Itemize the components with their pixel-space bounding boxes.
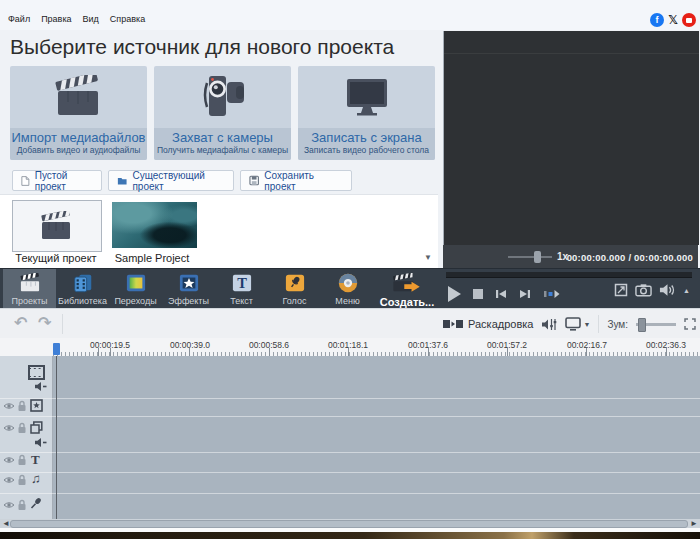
track-separator xyxy=(0,472,700,473)
desktop-wallpaper-strip xyxy=(0,532,700,539)
menu-edit[interactable]: Правка xyxy=(41,14,71,24)
screen-icon xyxy=(342,75,392,119)
storyboard-label: Раскадровка xyxy=(468,318,533,330)
playhead-marker[interactable] xyxy=(53,343,60,355)
main-toolbar: Проекты Библиотека Переходы Эффекты xyxy=(0,268,700,309)
eye-icon[interactable] xyxy=(3,501,15,509)
svg-text:T: T xyxy=(237,275,247,291)
undo-button[interactable]: ↶ xyxy=(14,315,27,331)
timeline-tracks[interactable]: T ♫ xyxy=(0,356,700,519)
fit-timeline-button[interactable] xyxy=(684,318,696,330)
timeline-ruler[interactable]: 00:00:19.5 00:00:39.0 00:00:58.6 00:01:1… xyxy=(0,338,700,357)
scroll-left-icon[interactable]: ◄ xyxy=(2,519,10,528)
stop-button[interactable] xyxy=(473,289,483,299)
tab-voice[interactable]: Голос xyxy=(268,269,321,309)
eye-icon[interactable] xyxy=(3,424,15,432)
voice-icon xyxy=(284,272,306,294)
music-note-icon: ♫ xyxy=(31,473,41,485)
eye-icon[interactable] xyxy=(3,402,15,410)
zoom-label: Зум: xyxy=(607,319,628,330)
tab-projects-label: Проекты xyxy=(11,296,47,306)
tab-projects[interactable]: Проекты xyxy=(3,269,56,309)
sample-project-thumbnail[interactable] xyxy=(112,202,197,248)
tab-text[interactable]: T Текст xyxy=(215,269,268,309)
capture-camera-button[interactable]: Захват с камеры Получить медиафайлы с ка… xyxy=(154,66,291,160)
lock-icon[interactable] xyxy=(17,499,27,511)
chevron-up-icon[interactable]: ▲ xyxy=(683,287,690,294)
eye-icon[interactable] xyxy=(3,456,15,464)
scrollbar-thumb[interactable] xyxy=(10,520,688,528)
storyboard-toggle-button[interactable]: Раскадровка xyxy=(443,318,533,330)
play-fragment-button[interactable] xyxy=(543,289,560,299)
x-icon[interactable]: 𝕏 xyxy=(666,13,680,27)
clapperboard-icon xyxy=(55,75,103,119)
lock-icon[interactable] xyxy=(17,422,27,434)
tab-effects[interactable]: Эффекты xyxy=(162,269,215,309)
fullscreen-button[interactable] xyxy=(614,283,628,297)
projects-list: Текущий проект Sample Project ▼ xyxy=(0,194,438,269)
save-project-button[interactable]: Сохранить проект xyxy=(240,170,352,191)
ruler-major-ticks xyxy=(53,348,700,356)
lock-icon[interactable] xyxy=(17,454,27,466)
previous-frame-button[interactable] xyxy=(495,289,507,299)
tab-create[interactable]: Создать... xyxy=(374,269,440,309)
volume-button[interactable] xyxy=(659,283,676,297)
text-icon: T xyxy=(231,272,253,294)
play-button[interactable] xyxy=(448,286,461,302)
next-frame-button[interactable] xyxy=(519,289,531,299)
zoom-slider-handle[interactable] xyxy=(638,318,646,332)
youtube-icon[interactable] xyxy=(682,13,696,27)
scroll-right-icon[interactable]: ► xyxy=(690,519,698,528)
disc-menu-icon xyxy=(337,272,359,294)
chevron-down-icon[interactable]: ▼ xyxy=(424,253,432,262)
tab-text-label: Текст xyxy=(230,296,253,306)
import-media-subtitle: Добавить видео и аудиофайлы xyxy=(10,145,147,156)
tab-transitions[interactable]: Переходы xyxy=(109,269,162,309)
empty-project-button[interactable]: Пустой проект xyxy=(12,170,102,191)
timecode-display: 00:00:00.000 / 00:00:00.000 xyxy=(567,252,693,263)
projects-icon xyxy=(19,272,41,294)
redo-button[interactable]: ↷ xyxy=(38,315,51,331)
horizontal-scrollbar[interactable]: ◄ ► xyxy=(0,519,700,528)
seek-bar[interactable] xyxy=(446,272,692,278)
import-media-button[interactable]: Импорт медиафайлов Добавить видео и ауди… xyxy=(10,66,147,160)
record-screen-subtitle: Записать видео рабочего стола xyxy=(298,145,435,156)
speaker-mute-icon[interactable] xyxy=(34,438,47,447)
overlay-icon xyxy=(30,421,43,434)
display-icon xyxy=(565,317,581,331)
speed-slider-handle[interactable] xyxy=(534,251,541,263)
lock-icon[interactable] xyxy=(17,400,27,412)
existing-project-label: Существующий проект xyxy=(132,170,225,192)
track-separator xyxy=(0,493,700,494)
track-separator xyxy=(0,452,700,453)
audio-mixer-button[interactable] xyxy=(541,318,557,331)
current-project-thumbnail[interactable] xyxy=(12,200,102,252)
lock-icon[interactable] xyxy=(17,474,27,486)
existing-project-button[interactable]: Существующий проект xyxy=(108,170,234,191)
audio-mixer-icon xyxy=(541,318,557,331)
tab-menu-label: Меню xyxy=(335,296,359,306)
snapshot-button[interactable] xyxy=(635,283,652,297)
record-screen-button[interactable]: Записать с экрана Записать видео рабочег… xyxy=(298,66,435,160)
title-bar: Файл Правка Вид Справка f 𝕏 xyxy=(0,0,700,30)
timeline-toolbar: ↶ ↷ Раскадровка ▼ Зум: xyxy=(0,308,700,339)
zoom-slider[interactable] xyxy=(636,318,676,330)
preview-divider xyxy=(444,53,699,54)
fit-timeline-icon xyxy=(684,318,696,330)
speaker-mute-icon[interactable] xyxy=(34,382,47,391)
menu-help[interactable]: Справка xyxy=(110,14,145,24)
display-mode-button[interactable]: ▼ xyxy=(565,317,590,331)
tab-menu[interactable]: Меню xyxy=(321,269,374,309)
tab-library[interactable]: Библиотека xyxy=(56,269,109,309)
menu-file[interactable]: Файл xyxy=(8,14,30,24)
page-title: Выберите источник для нового проекта xyxy=(10,35,394,59)
microphone-icon xyxy=(30,497,42,509)
tab-voice-label: Голос xyxy=(283,296,307,306)
facebook-icon[interactable]: f xyxy=(650,13,664,27)
toolbar-divider xyxy=(598,315,599,333)
app-window: Файл Правка Вид Справка f 𝕏 Выберите ист… xyxy=(0,0,700,539)
eye-icon[interactable] xyxy=(3,476,15,484)
menu-view[interactable]: Вид xyxy=(83,14,99,24)
playback-speed-slider[interactable] xyxy=(508,256,552,258)
record-screen-title: Записать с экрана xyxy=(298,130,435,145)
